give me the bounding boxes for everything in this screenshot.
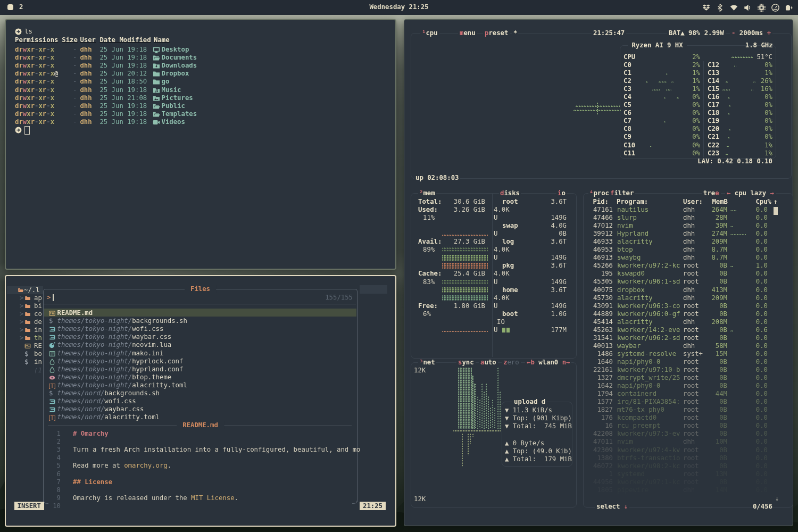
update-interval[interactable]: - 2000ms + bbox=[730, 29, 772, 37]
proc-row[interactable]: 176kcompactd0root0B0.0 bbox=[583, 414, 792, 422]
proc-row[interactable]: 40013waybardhh58M0.0 bbox=[583, 342, 792, 350]
proc-row[interactable]: 40075dropboxdhh413M0.0 bbox=[583, 286, 792, 294]
terminal-window[interactable]: lsPermissionsSizeUserDate ModifiedNamedr… bbox=[5, 19, 396, 270]
volume-icon[interactable] bbox=[744, 4, 752, 12]
proc-cpu: 0.0 bbox=[756, 238, 768, 246]
ls-date: 25 Jun 19:18 bbox=[99, 46, 147, 54]
proc-program: pipewire bbox=[617, 486, 649, 494]
proc-mem: 0B bbox=[719, 310, 727, 318]
net-interface[interactable]: ←b wlan0 n→ bbox=[525, 359, 571, 367]
proc-row[interactable]: 1systemdroot13M0.0 bbox=[583, 470, 792, 478]
core-graph bbox=[664, 97, 666, 99]
proc-row[interactable]: 39912Hyprlanddhh274M0.0 bbox=[583, 230, 792, 238]
wifi-icon[interactable] bbox=[730, 4, 738, 12]
proc-header-user[interactable]: User: bbox=[683, 198, 703, 206]
proc-mem: 28M bbox=[716, 214, 727, 222]
disk-stat-value: 0B bbox=[559, 230, 567, 238]
terminal-cursor[interactable] bbox=[24, 126, 30, 135]
proc-row[interactable]: 16rcu_preemptroot0B0.0 bbox=[583, 422, 792, 430]
proc-row[interactable]: 47161nautilusdhh264M0.0 bbox=[583, 206, 792, 214]
proc-header-program[interactable]: Program: bbox=[617, 198, 648, 206]
proc-row[interactable]: 1640napi/phy0-0root0B0.0 bbox=[583, 358, 792, 366]
picker-prompt-icon: > bbox=[47, 294, 51, 302]
proc-row[interactable]: 45305kworker/u96:1-sdroot0B0.0 bbox=[583, 278, 792, 286]
proc-user: root bbox=[683, 398, 699, 406]
proc-row[interactable]: 31541kworker/u96:2-sdroot0B0.0 bbox=[583, 334, 792, 342]
net-upload-graph bbox=[470, 434, 471, 444]
proc-box-title[interactable]: ⁴proc bbox=[588, 189, 610, 197]
proc-graph bbox=[730, 266, 734, 268]
proc-row[interactable]: 45730alacrittydhh209M0.0 bbox=[583, 294, 792, 302]
file-item-label: themes/nord/waybar.css bbox=[57, 405, 144, 413]
disks-title[interactable]: disks bbox=[499, 189, 521, 197]
proc-row[interactable]: 1486systemd-resolvesyst+15M0.0 bbox=[583, 350, 792, 358]
net-sync-button[interactable]: sync bbox=[456, 359, 476, 367]
net-box-title[interactable]: ³net bbox=[418, 359, 436, 367]
net-download-stat: ▼ Total: 745 MiB bbox=[505, 422, 572, 430]
proc-row[interactable]: 1805pipewiredhh14M0.0 bbox=[583, 486, 792, 494]
proc-row[interactable]: 46933alacrittydhh209M0.0 bbox=[583, 238, 792, 246]
proc-user: root bbox=[683, 382, 699, 390]
ls-name: Downloads bbox=[162, 62, 197, 70]
proc-row[interactable]: 1794containerdroot44M0.0 bbox=[583, 390, 792, 398]
neovim-window[interactable]: ~/.l>ap>bi>co>de>in>thRE$bo$in(1 h Files… bbox=[5, 275, 396, 527]
proc-scroll-down-icon[interactable]: ↓ bbox=[775, 495, 779, 503]
proc-row[interactable]: 195kswapd0root0B0.0 bbox=[583, 270, 792, 278]
disk-name: log bbox=[502, 238, 514, 246]
proc-row[interactable]: 42208kworker/u97:3-evroot0B0.0 bbox=[583, 430, 792, 438]
proc-program: kworker/u96:3-co bbox=[617, 302, 680, 310]
bar-clock[interactable]: Wednesday 21:25 bbox=[0, 3, 798, 11]
proc-row[interactable]: 1327dmcrypt_write/25root0B0.0 bbox=[583, 374, 792, 382]
proc-row[interactable]: 1827mt76-tx phy0root0B0.0 bbox=[583, 406, 792, 414]
proc-tree-button[interactable]: tree bbox=[702, 189, 721, 197]
proc-mem: 0B bbox=[719, 454, 727, 462]
bluetooth-icon[interactable] bbox=[716, 4, 724, 12]
proc-header-cpu[interactable]: Cpu% bbox=[755, 198, 771, 206]
proc-row[interactable]: 44956kworker/u97:1-kcroot0B0.0 bbox=[583, 478, 792, 486]
ls-size: - bbox=[73, 62, 77, 70]
proc-select-hint[interactable]: select ↓ bbox=[595, 503, 629, 511]
cpu-chip-icon[interactable] bbox=[758, 4, 766, 12]
net-download-graph bbox=[481, 384, 483, 429]
picker-cursor[interactable] bbox=[53, 294, 54, 301]
proc-row[interactable]: 45266kworker/u97:2-kcroot0B1.0 bbox=[583, 262, 792, 270]
proc-row[interactable]: 1642napi/phy0-0root0B0.0 bbox=[583, 382, 792, 390]
proc-row[interactable]: 22161kworker/u97:10-broot0B0.0 bbox=[583, 366, 792, 374]
proc-row[interactable]: 45414alacrittydhh208M0.0 bbox=[583, 318, 792, 326]
proc-row[interactable]: 47012nvimdhh39M0.0 bbox=[583, 222, 792, 230]
proc-header-mem[interactable]: MemB bbox=[712, 198, 728, 206]
net-auto-button[interactable]: auto bbox=[479, 359, 498, 367]
proc-scroll-up-icon[interactable]: ↑ bbox=[774, 198, 777, 206]
cpu-box-title[interactable]: ¹cpu bbox=[420, 29, 439, 37]
proc-program: kworker/u97:4-kv bbox=[617, 446, 680, 454]
btop-window[interactable]: ¹cpumenupreset*21:25:47BAT▲ 98% 2.99W- 2… bbox=[404, 19, 793, 526]
proc-sort-selector[interactable]: ← cpu lazy → bbox=[725, 189, 776, 197]
proc-row[interactable]: 47011nvimdhh10M0.0 bbox=[583, 438, 792, 446]
net-zero-button[interactable]: zero bbox=[502, 359, 521, 367]
mem-box-title[interactable]: ²mem bbox=[418, 189, 436, 197]
gauge-icon[interactable] bbox=[771, 4, 779, 12]
line-number: 10 bbox=[48, 502, 61, 510]
dropbox-icon[interactable] bbox=[702, 4, 710, 12]
preset-button[interactable]: preset bbox=[483, 29, 510, 37]
io-title[interactable]: io bbox=[556, 189, 567, 197]
proc-row[interactable]: 1380btrfs-transactioroot0B0.0 bbox=[583, 454, 792, 462]
proc-row[interactable]: 1577irq/81-PIXA3854:root0B0.0 bbox=[583, 398, 792, 406]
proc-row[interactable]: 46953btopdhh8.7M0.0 bbox=[583, 246, 792, 254]
proc-row[interactable]: 44889kworker/u96:0-gfroot0B0.0 bbox=[583, 310, 792, 318]
core-label: C1 bbox=[624, 69, 631, 77]
proc-row[interactable]: 46072kworker/u98:2-kcroot0B0.0 bbox=[583, 462, 792, 470]
proc-header-pid[interactable]: Pid: bbox=[593, 198, 609, 206]
proc-mem: 58M bbox=[716, 342, 727, 350]
proc-row[interactable]: 43091kworker/u96:3-coroot0B0.0 bbox=[583, 302, 792, 310]
proc-filter-button[interactable]: filter bbox=[609, 189, 635, 197]
proc-row[interactable]: 45263kworker/14:2-everoot0B0.6 bbox=[583, 326, 792, 334]
battery-plug-icon[interactable] bbox=[785, 4, 793, 12]
core-pct: 2% bbox=[692, 61, 700, 69]
desktop: 2 Wednesday 21:25 lsPermissionsSizeUserD… bbox=[0, 0, 798, 532]
ls-size: - bbox=[73, 118, 77, 126]
proc-row[interactable]: 46913swaybgdhh8.7M0.0 bbox=[583, 254, 792, 262]
menu-button[interactable]: menu bbox=[458, 29, 477, 37]
proc-row[interactable]: 42309kworker/u97:4-kvroot0B0.0 bbox=[583, 446, 792, 454]
proc-row[interactable]: 47466slurpdhh28M0.0 bbox=[583, 214, 792, 222]
